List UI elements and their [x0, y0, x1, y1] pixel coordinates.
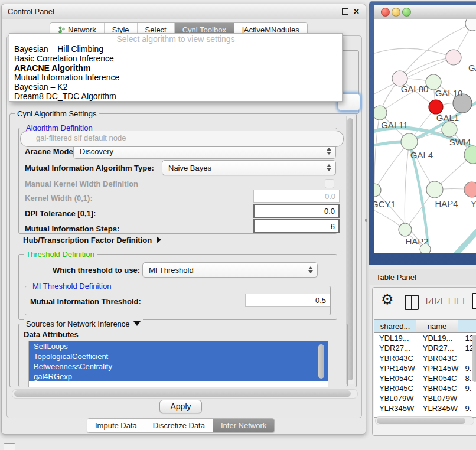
float-window-icon[interactable] [342, 8, 348, 15]
table-row[interactable]: YBR043CYBR043C [374, 353, 476, 363]
table-row[interactable]: YDR27...YDR27...12 [374, 343, 476, 353]
algorithm-option[interactable]: Bayesian – Hill Climbing [9, 44, 342, 54]
node-gal4[interactable] [401, 133, 418, 150]
edge[interactable] [374, 48, 454, 57]
network-view-window: GAL GAL80 GAL10 GAL1 GAL11 SWI4 GAL4 GCY… [369, 1, 476, 265]
algorithm-popup-placeholder: Select algorithm to view settings [9, 34, 342, 44]
algorithm-option[interactable]: Dream8 DC_TDC Algorithm [9, 92, 342, 101]
edge[interactable] [374, 142, 409, 190]
table-row[interactable]: YBL079WYBL079W [374, 393, 476, 403]
select-all-icon[interactable]: ☑☑ [426, 296, 443, 306]
mi-steps-field[interactable]: 6 [253, 219, 340, 233]
algorithm-dropdown-popup: Select algorithm to view settings Bayesi… [9, 33, 343, 102]
table-row[interactable]: YPR145WYPR145W9. [374, 363, 476, 373]
settings-horizontal-scrollbar[interactable] [12, 389, 358, 399]
cell: YPR145W [418, 363, 462, 373]
mi-threshold-label: Mutual Information Threshold: [30, 297, 141, 306]
hub-tf-definition-toggle[interactable]: Hub/Transcription Factor Definition [23, 236, 161, 244]
node-label: HAP2 [405, 236, 428, 246]
table-toolbar: ⚙ ☑☑ ☐☐ [373, 288, 476, 318]
table-horizontal-scrollbar[interactable] [375, 416, 474, 425]
combo-arrows-icon [327, 148, 331, 155]
split-columns-icon[interactable] [405, 295, 419, 310]
which-threshold-combo[interactable]: MI Threshold [142, 262, 318, 278]
document-icon[interactable] [472, 293, 476, 309]
data-attributes-list: SelfLoops TopologicalCoefficient Between… [28, 341, 328, 387]
tab-infer-network[interactable]: Infer Network [213, 419, 274, 432]
cell: YBL079W [374, 393, 418, 403]
threshold-definition-title: Threshold Definition [24, 250, 97, 259]
cell: YBR045C [374, 383, 418, 393]
node[interactable] [465, 19, 476, 31]
node-label: SWI4 [449, 137, 471, 147]
gear-icon[interactable]: ⚙ [381, 292, 394, 307]
network-selector-combo[interactable]: gal-filtered sif default node [20, 131, 344, 147]
screen: Control Panel ✕ Network Style [0, 0, 476, 450]
node-selected-red[interactable] [429, 100, 443, 114]
node-hap2[interactable] [399, 223, 412, 236]
table-header-row: shared... name [374, 320, 476, 333]
column-header-shared-name[interactable]: shared... [374, 320, 416, 332]
table-vertical-scrollbar[interactable] [472, 335, 476, 382]
node-gcy1[interactable] [374, 184, 381, 197]
cyni-algorithm-settings-title: Cyni Algorithm Settings [15, 109, 99, 118]
cell: YBR045C [418, 383, 462, 393]
data-attributes-label: Data Attributes [24, 330, 79, 339]
algorithm-option[interactable]: Basic Correlation Inference [9, 54, 342, 63]
node-gal1[interactable] [442, 122, 457, 137]
column-header-cut[interactable] [458, 320, 476, 332]
minimize-traffic-light[interactable] [392, 8, 400, 17]
edge[interactable] [454, 228, 476, 253]
list-scrollbar[interactable] [318, 344, 324, 379]
cell: YLR345W [374, 403, 418, 413]
table-panel: ⚙ ☑☑ ☐☐ shared... name YDL19...YDL19...1… [372, 287, 476, 436]
edge[interactable] [374, 113, 380, 190]
node[interactable] [446, 50, 461, 65]
cell: YLR345W [418, 403, 462, 413]
kernel-width-field[interactable]: 0.0 [253, 190, 340, 203]
deselect-all-icon[interactable]: ☐☐ [448, 296, 465, 306]
sources-title-label: Sources for Network Inference [26, 319, 130, 328]
collapse-arrow-icon [133, 321, 141, 326]
tab-discretize-data[interactable]: Discretize Data [145, 419, 213, 432]
kernel-width-label: Kernel Width (0,1): [25, 194, 93, 203]
apply-button[interactable]: Apply [159, 400, 202, 413]
aracne-mode-value: Discovery [80, 147, 113, 156]
node-gal11[interactable] [374, 106, 387, 120]
algorithm-option[interactable]: Mutual Information Inference [9, 73, 342, 82]
edge[interactable] [405, 142, 409, 230]
list-item[interactable]: TopologicalCoefficient [29, 351, 328, 361]
list-item[interactable]: gal4RGexp [29, 371, 328, 381]
node[interactable] [464, 182, 476, 197]
corner-icon[interactable] [4, 443, 15, 450]
table-row[interactable]: YBR045CYBR045C9. [374, 383, 476, 393]
node-hap4[interactable] [426, 181, 443, 198]
mi-threshold-field[interactable]: 0.5 [245, 294, 330, 307]
mi-algorithm-type-combo[interactable]: Naive Bayes [162, 160, 336, 175]
table-row[interactable]: YER054CYER054C8. [374, 373, 476, 383]
close-window-icon[interactable]: ✕ [353, 8, 360, 15]
zoom-traffic-light[interactable] [402, 8, 411, 17]
close-traffic-light[interactable] [381, 8, 390, 17]
manual-kernel-checkbox[interactable] [325, 179, 334, 188]
manual-kernel-label: Manual Kernel Width Definition [25, 180, 138, 188]
node-label: GAL11 [381, 120, 408, 130]
cell: YER054C [374, 373, 418, 383]
column-header-name[interactable]: name [416, 320, 458, 332]
list-item[interactable]: SelfLoops [29, 341, 328, 351]
dpi-tolerance-field[interactable]: 0.0 [253, 204, 340, 218]
table-row[interactable]: YDL19...YDL19...13 [374, 333, 476, 343]
sources-title[interactable]: Sources for Network Inference [24, 319, 143, 328]
algorithm-option-selected[interactable]: ARACNE Algorithm [9, 63, 342, 73]
list-item[interactable]: BetweennessCentrality [29, 361, 328, 371]
mi-steps-label: Mutual Information Steps: [25, 224, 119, 233]
panel-splitter-handle[interactable] [365, 219, 367, 222]
network-view-titlebar[interactable] [374, 5, 476, 19]
table-row[interactable]: YLR345WYLR345W9. [374, 403, 476, 413]
bottom-tabbar: Impute Data Discretize Data Infer Networ… [87, 418, 275, 433]
tab-impute-data[interactable]: Impute Data [87, 419, 145, 432]
network-canvas[interactable]: GAL GAL80 GAL10 GAL1 GAL11 SWI4 GAL4 GCY… [374, 19, 476, 253]
edge[interactable] [400, 24, 472, 79]
cell: YBL079W [418, 393, 462, 403]
algorithm-option[interactable]: Bayesian – K2 [9, 82, 342, 92]
